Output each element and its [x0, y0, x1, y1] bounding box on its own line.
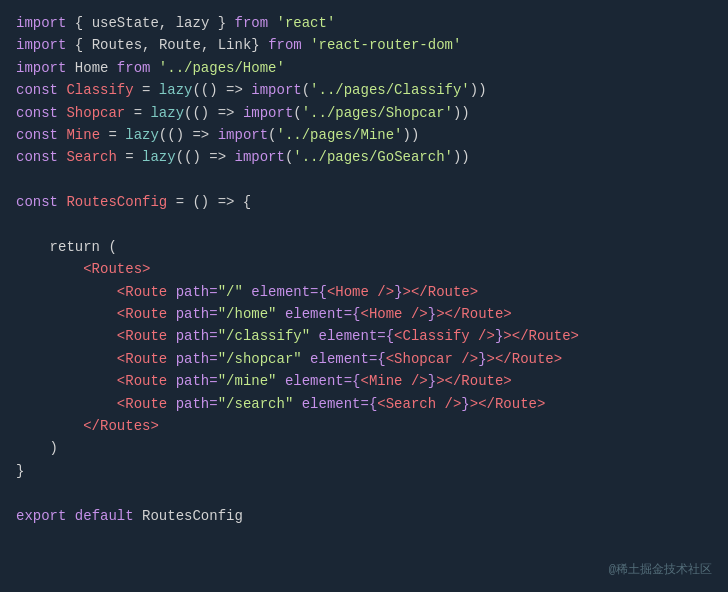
code-content: import { useState, lazy } from 'react'im…	[16, 12, 712, 527]
code-line: const Search = lazy(() => import('../pag…	[16, 146, 712, 168]
code-line: <Route path="/search" element={<Search /…	[16, 393, 712, 415]
code-line: <Route path="/home" element={<Home />}><…	[16, 303, 712, 325]
code-line: const Mine = lazy(() => import('../pages…	[16, 124, 712, 146]
code-line: const Shopcar = lazy(() => import('../pa…	[16, 102, 712, 124]
code-line: const RoutesConfig = () => {	[16, 191, 712, 213]
code-line: return (	[16, 236, 712, 258]
code-line	[16, 169, 712, 191]
code-line: </Routes>	[16, 415, 712, 437]
code-line: import { useState, lazy } from 'react'	[16, 12, 712, 34]
code-line: <Route path="/" element={<Home />}></Rou…	[16, 281, 712, 303]
code-line: import { Routes, Route, Link} from 'reac…	[16, 34, 712, 56]
code-line: import Home from '../pages/Home'	[16, 57, 712, 79]
code-line: <Route path="/shopcar" element={<Shopcar…	[16, 348, 712, 370]
code-line: }	[16, 460, 712, 482]
watermark: @稀土掘金技术社区	[609, 561, 712, 580]
code-line: )	[16, 437, 712, 459]
code-line: <Route path="/mine" element={<Mine />}><…	[16, 370, 712, 392]
code-line: export default RoutesConfig	[16, 505, 712, 527]
code-editor: import { useState, lazy } from 'react'im…	[0, 0, 728, 592]
code-line: <Routes>	[16, 258, 712, 280]
code-line: const Classify = lazy(() => import('../p…	[16, 79, 712, 101]
code-line	[16, 482, 712, 504]
code-line: <Route path="/classify" element={<Classi…	[16, 325, 712, 347]
code-line	[16, 214, 712, 236]
